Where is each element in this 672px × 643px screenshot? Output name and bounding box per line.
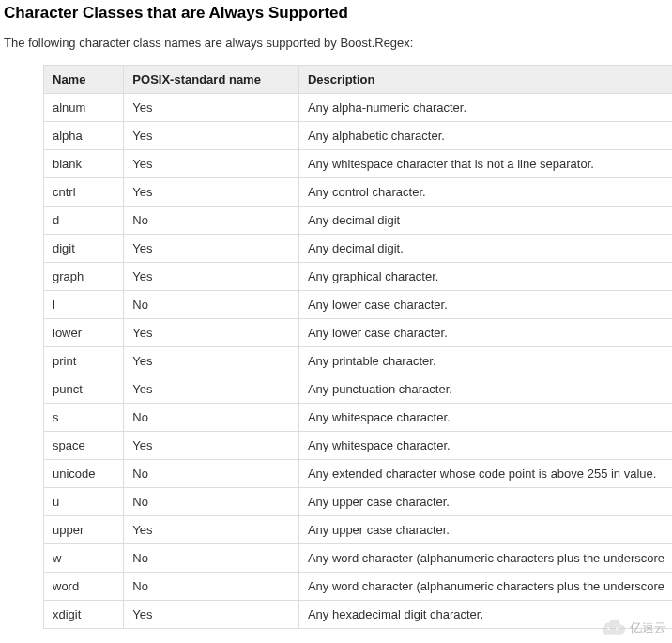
cell-desc: Any word character (alphanumeric charact… <box>299 573 672 601</box>
intro-text: The following character class names are … <box>2 36 670 50</box>
cell-name: alpha <box>44 122 124 150</box>
cell-name: s <box>44 404 124 432</box>
cell-posix: Yes <box>124 94 299 122</box>
cell-posix: Yes <box>124 319 299 347</box>
table-row: alnumYesAny alpha-numeric character. <box>44 94 672 122</box>
cell-desc: Any alphabetic character. <box>299 122 672 150</box>
cell-desc: Any upper case character. <box>299 516 672 544</box>
table-row: printYesAny printable character. <box>44 347 672 375</box>
table-row: spaceYesAny whitespace character. <box>44 432 672 460</box>
table-row: dNoAny decimal digit <box>44 207 672 235</box>
cell-name: l <box>44 291 124 319</box>
cell-posix: No <box>124 207 299 235</box>
cell-name: lower <box>44 319 124 347</box>
cell-desc: Any control character. <box>299 178 672 207</box>
col-header-desc: Description <box>299 65 672 94</box>
cell-name: word <box>44 573 124 601</box>
cell-posix: Yes <box>124 150 299 178</box>
cell-desc: Any whitespace character. <box>299 404 672 432</box>
table-header-row: Name POSIX-standard name Description <box>44 65 672 94</box>
cell-name: punct <box>44 375 124 404</box>
cell-posix: Yes <box>124 178 299 207</box>
cell-posix: Yes <box>124 122 299 150</box>
cell-posix: Yes <box>124 235 299 263</box>
table-row: digitYesAny decimal digit. <box>44 235 672 263</box>
table-row: alphaYesAny alphabetic character. <box>44 122 672 150</box>
cell-posix: Yes <box>124 375 299 404</box>
cell-posix: Yes <box>124 516 299 544</box>
cell-desc: Any graphical character. <box>299 263 672 291</box>
table-row: cntrlYesAny control character. <box>44 178 672 207</box>
cell-posix: No <box>124 544 299 573</box>
table-row: blankYesAny whitespace character that is… <box>44 150 672 178</box>
cell-name: digit <box>44 235 124 263</box>
table-container: Name POSIX-standard name Description aln… <box>43 65 670 629</box>
cell-desc: Any lower case character. <box>299 319 672 347</box>
cell-posix: No <box>124 573 299 601</box>
cell-desc: Any whitespace character. <box>299 432 672 460</box>
cell-name: cntrl <box>44 178 124 207</box>
cell-desc: Any printable character. <box>299 347 672 375</box>
cell-posix: Yes <box>124 347 299 375</box>
cell-posix: Yes <box>124 432 299 460</box>
cell-name: upper <box>44 516 124 544</box>
cell-name: unicode <box>44 460 124 488</box>
cell-posix: Yes <box>124 601 299 629</box>
page-title: Character Classes that are Always Suppor… <box>2 4 670 23</box>
cell-desc: Any word character (alphanumeric charact… <box>299 544 672 573</box>
cell-posix: Yes <box>124 263 299 291</box>
cell-name: d <box>44 207 124 235</box>
cell-name: w <box>44 544 124 573</box>
cell-desc: Any alpha-numeric character. <box>299 94 672 122</box>
cell-name: u <box>44 488 124 516</box>
cell-desc: Any upper case character. <box>299 488 672 516</box>
table-row: lowerYesAny lower case character. <box>44 319 672 347</box>
table-row: wordNoAny word character (alphanumeric c… <box>44 573 672 601</box>
cell-desc: Any decimal digit <box>299 207 672 235</box>
cell-name: alnum <box>44 94 124 122</box>
table-row: graphYesAny graphical character. <box>44 263 672 291</box>
col-header-name: Name <box>44 65 124 94</box>
cell-desc: Any hexadecimal digit character. <box>299 601 672 629</box>
table-row: unicodeNoAny extended character whose co… <box>44 460 672 488</box>
cell-desc: Any extended character whose code point … <box>299 460 672 488</box>
cell-name: space <box>44 432 124 460</box>
charclass-table: Name POSIX-standard name Description aln… <box>43 65 672 629</box>
cell-name: graph <box>44 263 124 291</box>
cell-desc: Any lower case character. <box>299 291 672 319</box>
cell-name: xdigit <box>44 601 124 629</box>
cell-posix: No <box>124 460 299 488</box>
col-header-posix: POSIX-standard name <box>124 65 299 94</box>
table-row: xdigitYesAny hexadecimal digit character… <box>44 601 672 629</box>
cell-posix: No <box>124 488 299 516</box>
table-row: lNoAny lower case character. <box>44 291 672 319</box>
cell-desc: Any decimal digit. <box>299 235 672 263</box>
table-row: sNoAny whitespace character. <box>44 404 672 432</box>
table-row: uNoAny upper case character. <box>44 488 672 516</box>
cell-desc: Any punctuation character. <box>299 375 672 404</box>
cell-posix: No <box>124 291 299 319</box>
table-row: upperYesAny upper case character. <box>44 516 672 544</box>
cell-name: print <box>44 347 124 375</box>
cell-desc: Any whitespace character that is not a l… <box>299 150 672 178</box>
cell-posix: No <box>124 404 299 432</box>
table-row: punctYesAny punctuation character. <box>44 375 672 404</box>
cell-name: blank <box>44 150 124 178</box>
table-row: wNoAny word character (alphanumeric char… <box>44 544 672 573</box>
